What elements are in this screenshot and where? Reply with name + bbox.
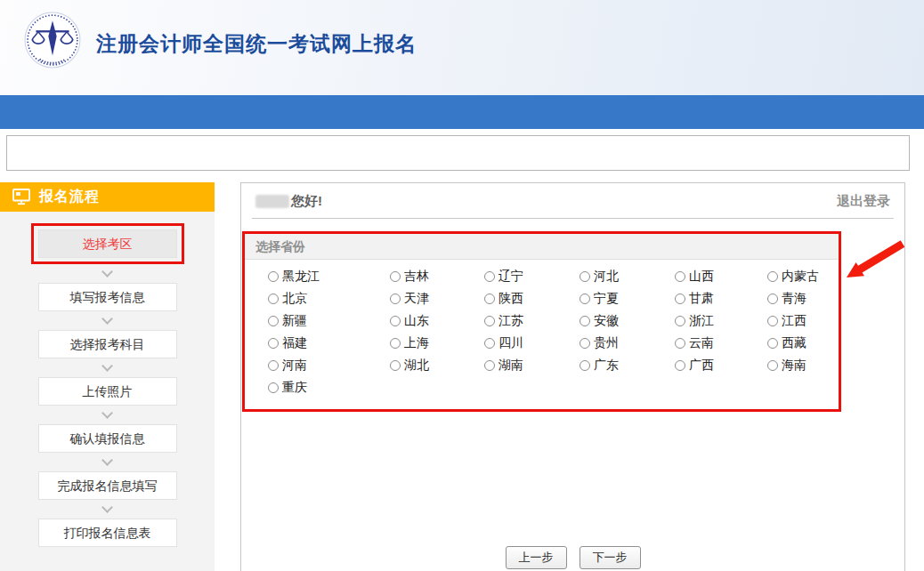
province-option-30[interactable]: 海南 (767, 358, 839, 374)
radio-icon[interactable] (675, 271, 685, 282)
province-label: 吉林 (404, 269, 429, 285)
province-option-23[interactable]: 云南 (675, 335, 767, 351)
province-option-21[interactable]: 四川 (484, 335, 580, 351)
sidebar-title: 报名流程 (39, 188, 100, 206)
province-label: 湖北 (404, 358, 429, 374)
sidebar-step-4[interactable]: 上传照片 (38, 377, 177, 406)
province-option-22[interactable]: 贵州 (580, 335, 675, 351)
province-option-18[interactable]: 江西 (767, 313, 839, 329)
radio-icon[interactable] (767, 316, 778, 326)
sidebar-step-7[interactable]: 打印报名信息表 (38, 519, 177, 547)
radio-icon[interactable] (268, 294, 279, 304)
radio-icon[interactable] (580, 271, 590, 282)
province-label: 广西 (689, 358, 714, 374)
province-option-15[interactable]: 江苏 (484, 313, 580, 329)
province-option-7[interactable]: 北京 (268, 291, 390, 307)
province-option-8[interactable]: 天津 (390, 291, 484, 307)
province-option-9[interactable]: 陕西 (484, 291, 580, 307)
radio-icon[interactable] (580, 360, 590, 371)
nav-bar (0, 95, 924, 129)
province-option-13[interactable]: 新疆 (268, 313, 390, 329)
sidebar-step-6[interactable]: 完成报名信息填写 (38, 471, 177, 500)
radio-icon[interactable] (767, 338, 778, 349)
radio-icon[interactable] (268, 382, 279, 393)
province-option-10[interactable]: 宁夏 (580, 291, 675, 307)
next-step-button[interactable]: 下一步 (580, 546, 641, 569)
annotation-box-active-step: 选择考区 (31, 223, 184, 264)
radio-icon[interactable] (268, 316, 279, 326)
province-option-4[interactable]: 河北 (580, 269, 675, 285)
province-option-14[interactable]: 山东 (390, 313, 484, 329)
radio-icon[interactable] (390, 271, 401, 282)
province-option-27[interactable]: 湖南 (484, 358, 580, 374)
radio-icon[interactable] (675, 294, 685, 304)
radio-icon[interactable] (675, 360, 685, 371)
province-label: 天津 (404, 291, 429, 307)
province-option-28[interactable]: 广东 (580, 358, 675, 374)
radio-icon[interactable] (580, 316, 590, 326)
radio-icon[interactable] (484, 316, 495, 326)
sidebar-step-1[interactable]: 选择考区 (38, 229, 177, 258)
province-option-11[interactable]: 甘肃 (675, 291, 767, 307)
radio-icon[interactable] (268, 338, 279, 349)
province-option-25[interactable]: 河南 (268, 358, 390, 374)
radio-icon[interactable] (484, 338, 495, 349)
province-option-2[interactable]: 吉林 (390, 269, 484, 285)
radio-icon[interactable] (390, 316, 401, 326)
radio-icon[interactable] (484, 271, 495, 282)
radio-icon[interactable] (580, 338, 590, 349)
province-option-26[interactable]: 湖北 (390, 358, 484, 374)
sidebar-header: 报名流程 (0, 182, 215, 212)
province-option-20[interactable]: 上海 (390, 335, 484, 351)
province-label: 江苏 (498, 313, 523, 329)
province-label: 上海 (404, 335, 429, 351)
province-label: 河北 (594, 269, 619, 285)
province-option-19[interactable]: 福建 (268, 335, 390, 351)
province-label: 内蒙古 (782, 269, 819, 285)
radio-icon[interactable] (675, 338, 685, 349)
prev-step-button[interactable]: 上一步 (506, 546, 567, 569)
province-option-3[interactable]: 辽宁 (484, 269, 580, 285)
sidebar-step-2[interactable]: 填写报考信息 (38, 283, 177, 311)
province-option-17[interactable]: 浙江 (675, 313, 767, 329)
chevron-down-icon (0, 453, 215, 471)
province-label: 江西 (782, 313, 806, 329)
province-label: 云南 (689, 335, 714, 351)
province-label: 海南 (782, 358, 806, 374)
radio-icon[interactable] (767, 294, 778, 304)
province-panel-title: 选择省份 (245, 234, 839, 260)
radio-icon[interactable] (484, 294, 495, 304)
radio-icon[interactable] (675, 316, 685, 326)
radio-icon[interactable] (268, 360, 279, 371)
province-label: 福建 (282, 335, 307, 351)
sidebar-step-5[interactable]: 确认填报信息 (38, 424, 177, 453)
sidebar-steps: 选择考区填写报考信息选择报考科目上传照片确认填报信息完成报名信息填写打印报名信息… (0, 212, 215, 547)
radio-icon[interactable] (268, 271, 279, 282)
province-option-12[interactable]: 青海 (767, 291, 839, 307)
annotation-arrow-icon (844, 240, 906, 280)
radio-icon[interactable] (580, 294, 590, 304)
radio-icon[interactable] (390, 294, 401, 304)
province-label: 河南 (282, 358, 307, 374)
province-option-6[interactable]: 内蒙古 (767, 269, 839, 285)
radio-icon[interactable] (484, 360, 495, 371)
radio-icon[interactable] (767, 271, 778, 282)
radio-icon[interactable] (767, 360, 778, 371)
wizard-buttons-row: 上一步 下一步 (241, 546, 904, 569)
logout-link[interactable]: 退出登录 (837, 193, 890, 210)
radio-icon[interactable] (390, 360, 401, 371)
province-option-5[interactable]: 山西 (675, 269, 767, 285)
radio-icon[interactable] (390, 338, 401, 349)
user-name-redacted (255, 195, 289, 208)
province-option-16[interactable]: 安徽 (580, 313, 675, 329)
province-option-31[interactable]: 重庆 (268, 380, 390, 396)
province-label: 浙江 (689, 313, 714, 329)
province-option-1[interactable]: 黑龙江 (268, 269, 390, 285)
greeting-text: 您好! (291, 193, 322, 210)
chevron-down-icon (0, 500, 215, 519)
province-option-29[interactable]: 广西 (675, 358, 767, 374)
province-option-24[interactable]: 西藏 (767, 335, 839, 351)
sidebar-step-3[interactable]: 选择报考科目 (38, 330, 177, 358)
province-label: 重庆 (282, 380, 307, 396)
province-label: 安徽 (594, 313, 619, 329)
